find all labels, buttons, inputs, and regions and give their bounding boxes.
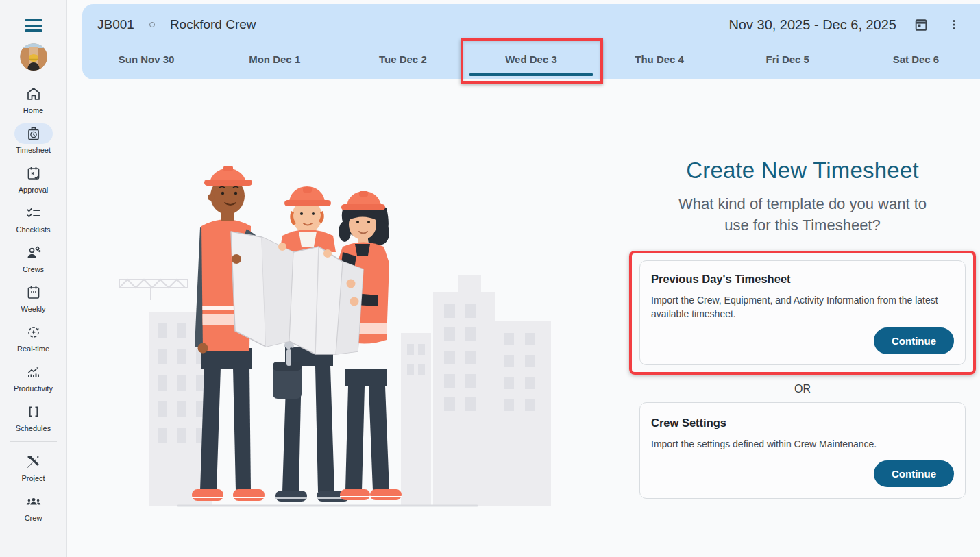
person-gear-icon [25, 245, 42, 261]
sidebar-divider [10, 441, 57, 442]
checklist-icon [25, 205, 42, 221]
sidebar-item-crew[interactable]: Crew [0, 486, 66, 526]
sidebar-item-label: Project [21, 474, 45, 482]
sidebar-item-checklists[interactable]: Checklists [0, 198, 66, 238]
tab-mon-dec-1[interactable]: Mon Dec 1 [210, 38, 339, 79]
timesheet-header: JB001 Rockford Crew Nov 30, 2025 - Dec 6… [82, 4, 980, 79]
sidebar-item-label: Weekly [21, 305, 46, 313]
tab-wed-dec-3[interactable]: Wed Dec 3 [467, 38, 595, 79]
continue-button-previous-day[interactable]: Continue [874, 327, 954, 354]
kebab-menu-icon[interactable] [946, 16, 962, 33]
avatar-photo-construction-worker [20, 43, 47, 71]
sidebar-item-weekly[interactable]: Weekly [0, 277, 66, 317]
sidebar-item-productivity[interactable]: Productivity [0, 357, 66, 397]
tab-sun-nov-30[interactable]: Sun Nov 30 [82, 38, 210, 79]
trend-chart-icon [25, 364, 42, 380]
tab-sat-dec-6[interactable]: Sat Dec 6 [852, 38, 980, 79]
sidebar: Home Timesheet Approval Checklists Crews [0, 0, 67, 557]
main-area: JB001 Rockford Crew Nov 30, 2025 - Dec 6… [67, 0, 980, 557]
calendar-week-icon [25, 284, 42, 301]
user-avatar[interactable] [20, 43, 47, 71]
sidebar-item-label: Real-time [17, 345, 49, 353]
sidebar-item-crews[interactable]: Crews [0, 238, 66, 277]
tab-tue-dec-2[interactable]: Tue Dec 2 [339, 38, 467, 79]
card-title: Previous Day's Timesheet [651, 273, 954, 286]
card-title: Crew Settings [651, 417, 954, 430]
brackets-icon [25, 404, 42, 420]
date-range: Nov 30, 2025 - Dec 6, 2025 [728, 17, 896, 33]
red-annotation-box-card: Previous Day's Timesheet Import the Crew… [629, 251, 976, 375]
crew-name: Rockford Crew [170, 17, 256, 32]
card-description: Import the settings defined within Crew … [651, 437, 954, 451]
calendar-approval-icon [25, 165, 42, 182]
page-title: Create New Timesheet [629, 158, 976, 184]
template-card-crew-settings: Crew Settings Import the settings define… [639, 402, 966, 499]
job-code: JB001 [97, 17, 134, 32]
hamburger-menu-icon[interactable] [25, 19, 42, 32]
sidebar-item-label: Checklists [16, 225, 50, 234]
calendar-picker-icon[interactable] [913, 16, 929, 33]
sidebar-item-label: Productivity [14, 384, 53, 393]
sidebar-item-home[interactable]: Home [0, 79, 66, 119]
sidebar-item-schedules[interactable]: Schedules [0, 397, 66, 436]
template-card-previous-day: Previous Day's Timesheet Import the Crew… [639, 260, 966, 365]
home-icon [25, 86, 42, 102]
day-tabs: Sun Nov 30 Mon Dec 1 Tue Dec 2 Wed Dec 3… [82, 38, 980, 79]
sidebar-item-label: Approval [19, 186, 48, 194]
sidebar-item-realtime[interactable]: Real-time [0, 317, 66, 357]
sidebar-item-label: Crew [25, 514, 42, 522]
sidebar-item-project[interactable]: Project [0, 447, 66, 486]
tools-icon [25, 454, 42, 470]
sidebar-nav: Home Timesheet Approval Checklists Crews [0, 79, 66, 526]
app-window: Home Timesheet Approval Checklists Crews [0, 0, 980, 557]
sidebar-item-label: Schedules [16, 424, 51, 432]
sidebar-item-label: Home [23, 106, 43, 114]
illustration-construction-crew [110, 144, 562, 517]
card-description: Import the Crew, Equipment, and Activity… [651, 293, 954, 321]
people-group-icon [25, 493, 42, 510]
sidebar-item-label: Crews [23, 265, 44, 273]
page-subtitle: What kind of template do you want to use… [675, 193, 930, 236]
realtime-sync-icon [25, 324, 42, 341]
dot-separator-icon [149, 22, 155, 27]
tab-thu-dec-4[interactable]: Thu Dec 4 [596, 38, 724, 79]
create-timesheet-panel: Create New Timesheet What kind of templa… [629, 158, 976, 499]
tab-fri-dec-5[interactable]: Fri Dec 5 [724, 38, 852, 79]
continue-button-crew-settings[interactable]: Continue [874, 460, 954, 487]
sidebar-item-timesheet[interactable]: Timesheet [0, 119, 66, 158]
or-separator: OR [629, 383, 976, 395]
sidebar-item-label: Timesheet [16, 146, 51, 154]
punch-clock-icon [25, 125, 42, 142]
sidebar-item-approval[interactable]: Approval [0, 158, 66, 198]
